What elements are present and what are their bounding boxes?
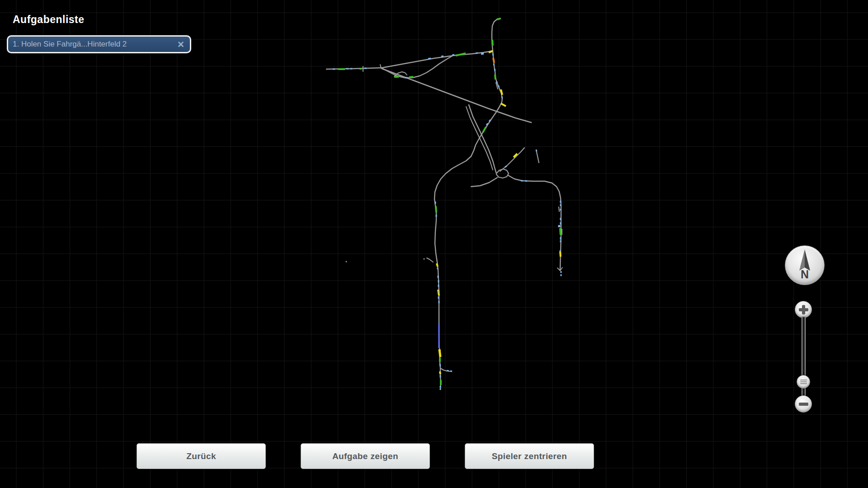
center-player-button-label: Spieler zentrieren bbox=[492, 451, 567, 461]
close-icon[interactable]: ✕ bbox=[177, 40, 184, 49]
compass-north-label: N bbox=[801, 269, 809, 280]
page-title: Aufgabenliste bbox=[13, 14, 85, 26]
zoom-slider-handle[interactable] bbox=[797, 375, 810, 389]
task-list-item[interactable]: 1. Holen Sie Fahrgä...Hinterfeld 2 ✕ bbox=[7, 35, 191, 53]
plus-icon-vertical bbox=[802, 305, 805, 314]
task-item-label: 1. Holen Sie Fahrgä...Hinterfeld 2 bbox=[13, 40, 127, 49]
map-svg[interactable] bbox=[0, 0, 868, 488]
show-task-button-label: Aufgabe zeigen bbox=[332, 451, 398, 461]
show-task-button[interactable]: Aufgabe zeigen bbox=[301, 443, 430, 469]
center-player-button[interactable]: Spieler zentrieren bbox=[465, 443, 594, 469]
zoom-in-button[interactable] bbox=[795, 301, 812, 318]
zoom-out-button[interactable] bbox=[795, 395, 812, 413]
compass[interactable]: N bbox=[785, 245, 825, 285]
back-button-label: Zurück bbox=[186, 451, 216, 461]
back-button[interactable]: Zurück bbox=[137, 443, 266, 469]
minus-icon bbox=[799, 403, 808, 406]
